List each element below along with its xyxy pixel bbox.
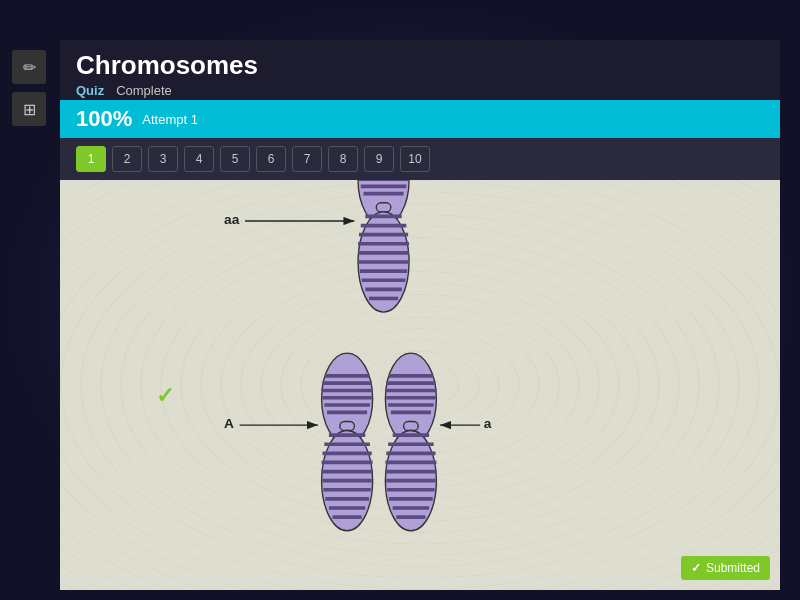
submitted-badge: Submitted [681, 556, 770, 580]
main-panel: Chromosomes Quiz Complete 100% Attempt 1… [60, 40, 780, 580]
question-btn-1[interactable]: 1 [76, 146, 106, 172]
question-nav: 12345678910 [60, 138, 780, 180]
score-percent: 100% [76, 106, 132, 132]
chromosome-diagram: aa ✓ [60, 180, 780, 590]
page-title: Chromosomes [76, 50, 764, 81]
question-btn-3[interactable]: 3 [148, 146, 178, 172]
svg-rect-9 [376, 203, 391, 212]
svg-rect-29 [340, 421, 355, 430]
aa-label: aa [224, 212, 240, 227]
a-label: a [484, 416, 492, 431]
question-btn-9[interactable]: 9 [364, 146, 394, 172]
quiz-label: Quiz [76, 83, 104, 98]
header: Chromosomes Quiz Complete [60, 40, 780, 98]
content-area: aa ✓ [60, 180, 780, 590]
checkmark-1: ✓ [156, 383, 174, 408]
question-btn-4[interactable]: 4 [184, 146, 214, 172]
question-btn-8[interactable]: 8 [328, 146, 358, 172]
score-bar: 100% Attempt 1 [60, 100, 780, 138]
subtitle-row: Quiz Complete [76, 83, 764, 98]
svg-rect-48 [404, 421, 419, 430]
question-btn-10[interactable]: 10 [400, 146, 430, 172]
sidebar: ✏ ⊞ [0, 40, 58, 136]
question-btn-5[interactable]: 5 [220, 146, 250, 172]
attempt-label: Attempt 1 [142, 112, 198, 127]
grid-icon[interactable]: ⊞ [12, 92, 46, 126]
question-btn-7[interactable]: 7 [292, 146, 322, 172]
question-btn-2[interactable]: 2 [112, 146, 142, 172]
question-btn-6[interactable]: 6 [256, 146, 286, 172]
pencil-icon[interactable]: ✏ [12, 50, 46, 84]
submitted-label: Submitted [706, 561, 760, 575]
A-label: A [224, 416, 234, 431]
complete-label: Complete [116, 83, 172, 98]
